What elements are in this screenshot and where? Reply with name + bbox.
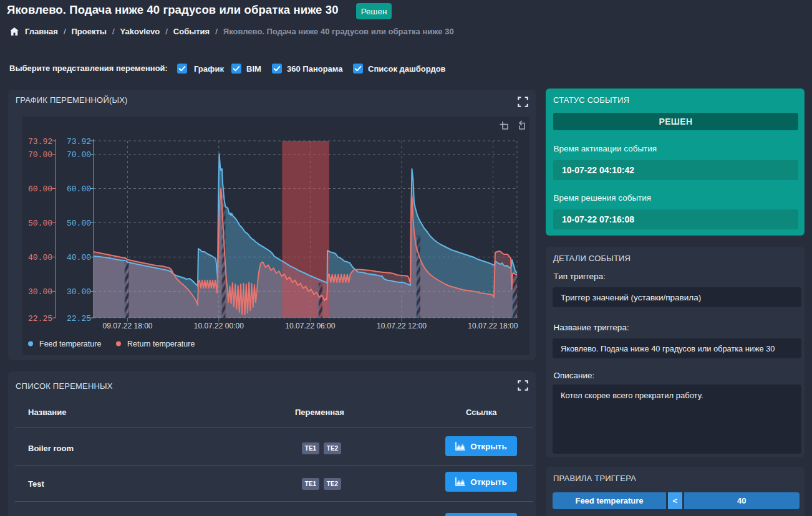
svg-text:10.07.22 12:00: 10.07.22 12:00 xyxy=(377,322,427,330)
svg-text:50.00: 50.00 xyxy=(28,219,52,228)
svg-text:10.07.22 00:00: 10.07.22 00:00 xyxy=(194,322,244,330)
svg-text:60.00: 60.00 xyxy=(28,184,52,194)
svg-text:09.07.22 18:00: 09.07.22 18:00 xyxy=(102,322,152,330)
svg-text:30.00: 30.00 xyxy=(67,287,91,297)
svg-text:22.25: 22.25 xyxy=(67,314,91,323)
svg-text:70.00: 70.00 xyxy=(67,150,91,160)
svg-text:40.00: 40.00 xyxy=(28,253,52,262)
svg-text:73.92: 73.92 xyxy=(67,137,91,146)
svg-text:50.00: 50.00 xyxy=(67,219,91,228)
svg-text:73.92: 73.92 xyxy=(28,137,52,146)
svg-text:60.00: 60.00 xyxy=(67,184,91,194)
svg-text:70.00: 70.00 xyxy=(28,150,52,160)
svg-text:Return temperature: Return temperature xyxy=(127,340,195,348)
svg-text:30.00: 30.00 xyxy=(28,287,52,297)
svg-text:10.07.22 06:00: 10.07.22 06:00 xyxy=(285,322,335,330)
svg-text:40.00: 40.00 xyxy=(67,253,91,262)
svg-text:Feed temperature: Feed temperature xyxy=(39,340,101,348)
svg-text:22.25: 22.25 xyxy=(28,314,52,323)
svg-text:10.07.22 18:00: 10.07.22 18:00 xyxy=(468,322,518,330)
